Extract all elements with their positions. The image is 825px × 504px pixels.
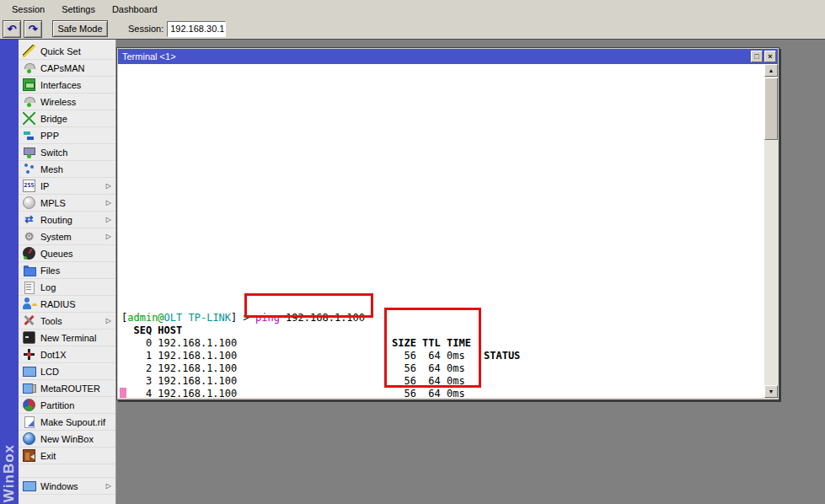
sidebar-item-label: Dot1X [40,350,113,360]
sidebar-item-dot1x[interactable]: Dot1X [19,346,115,363]
sidebar-item-lcd[interactable]: LCD [19,363,115,380]
winbox-logo: WinBox [1,444,18,502]
ping-row: 2 192.168.1.100 56 64 0ms [118,350,764,362]
sidebar-item-log[interactable]: Log [19,279,115,296]
terminal-titlebar[interactable]: Terminal <1> □ × [118,49,778,64]
ping-row: 1 192.168.1.100 56 64 0ms [118,337,764,350]
user-key-icon [23,298,35,310]
maximize-button[interactable]: □ [751,51,763,62]
sidebar-item-partition[interactable]: Partition [19,397,115,414]
menu-session[interactable]: Session [5,2,51,17]
sidebar-item-label: Switch [40,147,113,158]
session-field[interactable]: 192.168.30.1 [167,21,226,37]
sidebar-item-capsman[interactable]: CAPsMAN [19,60,115,77]
sidebar-item-ip[interactable]: 255 IP ▷ [19,178,115,195]
sidebar-item-label: CAPsMAN [40,63,113,73]
scroll-up-button[interactable]: ▲ [764,64,778,77]
maximize-icon: □ [754,52,758,61]
undo-icon: ↶ [8,24,17,35]
window-buttons: □ × [751,51,778,62]
windows-screen-icon [23,480,35,492]
safe-mode-button[interactable]: Safe Mode [52,20,108,37]
sidebar-item-quick-set[interactable]: Quick Set [19,43,115,60]
sidebar-item-ppp[interactable]: PPP [19,127,115,144]
sidebar-item-label: Log [40,282,113,292]
gear-icon: ⚙ [23,230,35,243]
sidebar-item-label: PPP [40,131,113,141]
metarouter-icon [23,382,35,394]
terminal-icon [23,331,35,344]
sidebar-item-mesh[interactable]: Mesh [19,161,115,178]
submenu-arrow-icon: ▷ [106,317,113,324]
sidebar-item-windows[interactable]: Windows ▷ [19,478,115,495]
terminal-table-header: SEQ HOST SIZE TTL TIME STATUS [118,312,764,324]
sidebar-item-switch[interactable]: Switch [19,144,115,161]
submenu-arrow-icon: ▷ [106,182,113,190]
desktop: Terminal <1> □ × [admin@OLT TP-LINK] > p… [116,40,825,504]
sidebar-item-label: System [40,232,101,242]
bridge-arrows-icon [23,112,35,125]
sidebar-item-label: MetaROUTER [40,383,113,394]
sidebar-item-label: Wireless [40,97,113,107]
sidebar-item-metarouter[interactable]: MetaROUTER [19,380,115,397]
sidebar-item-label: New Terminal [40,333,113,343]
winbox-logo-strip: WinBox [0,40,19,504]
sidebar-item-system[interactable]: ⚙ System ▷ [19,228,115,245]
ping-row: 0 192.168.1.100 56 64 0ms [118,324,764,337]
sidebar-item-queues[interactable]: Queues [19,245,115,262]
arrow-up-icon: ▲ [769,67,774,73]
toolbar: ↶ ↷ Safe Mode Session: 192.168.30.1 [0,19,825,40]
routing-arrows-icon: ⇄ [23,213,35,226]
close-icon: × [768,52,772,61]
sidebar-item-label: Partition [40,400,113,410]
sidebar-item-exit[interactable]: Exit [19,448,115,464]
sidebar-item-radius[interactable]: RADIUS [19,296,115,313]
sidebar-item-label: Bridge [40,114,113,124]
sidebar-item-label: New WinBox [40,434,113,444]
sidebar-item-make-supout[interactable]: Make Supout.rif [19,414,115,431]
arrow-down-icon: ▼ [769,389,774,394]
sidebar-item-wireless[interactable]: Wireless [19,94,115,110]
sidebar-item-label: IP [40,181,101,191]
terminal-window: Terminal <1> □ × [admin@OLT TP-LINK] > p… [116,47,779,400]
sidebar-item-new-terminal[interactable]: New Terminal [19,330,115,346]
session-label: Session: [128,24,163,34]
switch-icon [23,146,35,158]
undo-button[interactable]: ↶ [3,20,21,38]
tools-icon [23,314,35,327]
ping-row: 3 192.168.1.100 56 64 0ms [118,362,764,375]
sidebar-item-label: Make Supout.rif [40,417,113,427]
sidebar: Quick Set CAPsMAN Interfaces Wireless Br… [19,40,116,504]
sidebar-item-tools[interactable]: Tools ▷ [19,313,115,330]
sidebar-item-interfaces[interactable]: Interfaces [19,77,115,94]
scrollbar-thumb[interactable] [764,78,778,140]
close-button[interactable]: × [764,51,776,62]
sidebar-item-label: Tools [40,316,101,326]
folder-icon [23,264,35,276]
sidebar-spacer [19,464,115,478]
partition-pie-icon [23,399,35,411]
terminal-cursor [120,388,126,398]
log-document-icon [23,281,35,293]
sidebar-item-routing[interactable]: ⇄ Routing ▷ [19,212,115,228]
dot1x-icon [23,348,35,361]
sidebar-item-label: Mesh [40,164,113,174]
ppp-bars-icon [23,129,35,142]
submenu-arrow-icon: ▷ [106,216,113,223]
mesh-nodes-icon [23,163,35,175]
sidebar-item-files[interactable]: Files [19,262,115,279]
submenu-arrow-icon: ▷ [106,482,113,490]
menu-settings[interactable]: Settings [55,2,102,17]
redo-button[interactable]: ↷ [24,20,42,38]
sidebar-item-new-winbox[interactable]: New WinBox [19,431,115,448]
sidebar-item-label: Interfaces [40,80,113,90]
network-card-icon [23,78,35,91]
antenna-icon [23,62,35,74]
sidebar-item-bridge[interactable]: Bridge [19,110,115,127]
magic-wand-icon [23,45,35,57]
sidebar-item-mpls[interactable]: MPLS ▷ [19,195,115,212]
terminal-content[interactable]: [admin@OLT TP-LINK] > ping 192.168.1.100… [118,64,764,398]
menu-dashboard[interactable]: Dashboard [105,2,164,17]
terminal-scrollbar[interactable]: ▲ ▼ [764,64,778,398]
scroll-down-button[interactable]: ▼ [764,385,778,398]
